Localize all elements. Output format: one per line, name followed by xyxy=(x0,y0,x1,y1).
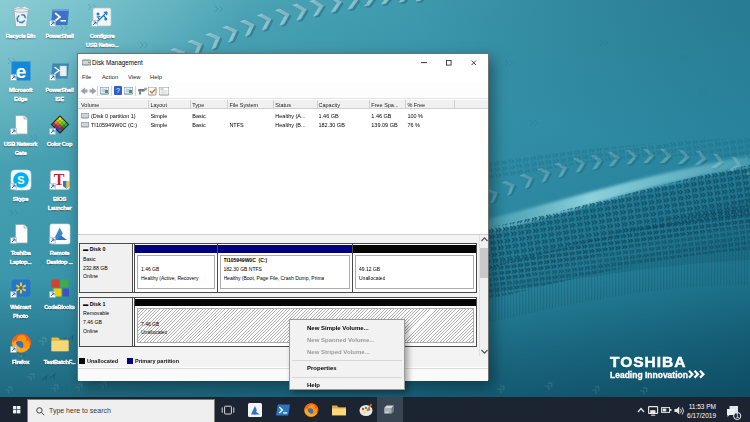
svg-text:?: ? xyxy=(116,87,120,94)
svg-text:1: 1 xyxy=(735,412,739,419)
svg-text:e: e xyxy=(15,61,26,82)
svg-text:S: S xyxy=(17,174,24,186)
